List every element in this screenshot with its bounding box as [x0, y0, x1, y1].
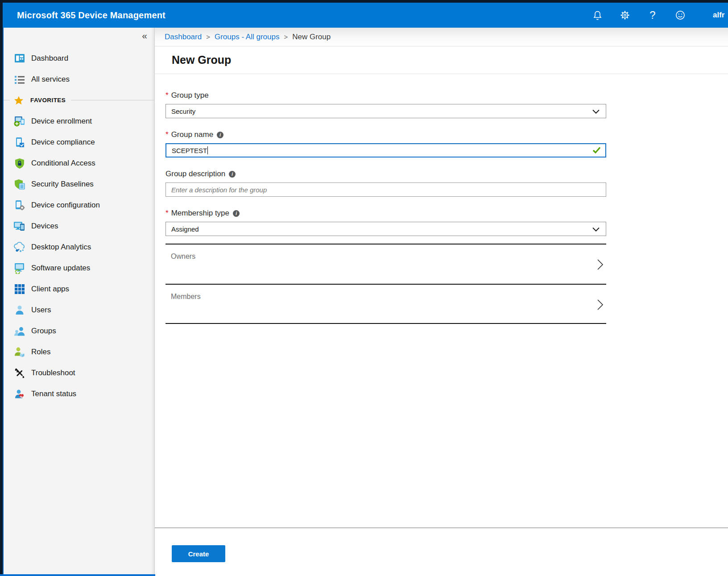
create-button[interactable]: Create	[172, 545, 225, 562]
membership-type-select[interactable]: Assigned	[165, 222, 606, 236]
users-icon	[13, 304, 25, 316]
notification-bell-icon[interactable]	[592, 9, 603, 21]
owners-row[interactable]: Owners	[165, 244, 606, 284]
members-label: Members	[171, 293, 201, 301]
group-type-label: * Group type	[165, 91, 606, 100]
sidebar-item-devices[interactable]: Devices	[4, 215, 154, 236]
sidebar-item-security-baselines[interactable]: Security Baselines	[4, 174, 154, 195]
sidebar-item-conditional-access[interactable]: Conditional Access	[4, 153, 154, 174]
device-configuration-icon	[13, 199, 25, 211]
breadcrumb-separator: >	[284, 33, 288, 41]
topbar-actions: ? alfr	[592, 9, 728, 21]
client-apps-icon	[13, 283, 25, 295]
sidebar-accent-edge	[3, 28, 4, 574]
sidebar-item-label: Dashboard	[31, 54, 68, 63]
device-compliance-icon	[13, 136, 25, 148]
breadcrumb-dashboard-link[interactable]: Dashboard	[165, 33, 202, 41]
sidebar-item-label: Software updates	[31, 264, 90, 273]
sidebar-list: Dashboard All services FAVORITES Device …	[4, 48, 154, 404]
required-marker: *	[165, 91, 169, 100]
breadcrumb-separator: >	[206, 33, 210, 41]
software-updates-icon	[13, 262, 25, 274]
footer-divider	[155, 527, 728, 528]
new-group-form: * Group type Security * Group name i SCE…	[155, 74, 606, 324]
divider	[4, 100, 10, 100]
breadcrumb: Dashboard > Groups - All groups > New Gr…	[155, 28, 728, 46]
owners-label: Owners	[171, 253, 195, 261]
info-icon[interactable]: i	[233, 210, 240, 217]
sidebar-item-device-enrollment[interactable]: Device enrollment	[4, 111, 154, 132]
bottom-accent-strip	[0, 574, 155, 576]
group-description-input[interactable]	[165, 182, 606, 197]
troubleshoot-icon	[13, 367, 25, 379]
required-marker: *	[165, 130, 169, 139]
sidebar-item-label: Groups	[31, 327, 56, 336]
sidebar-item-device-configuration[interactable]: Device configuration	[4, 195, 154, 215]
info-icon[interactable]: i	[217, 132, 223, 138]
sidebar-item-label: Users	[31, 306, 51, 315]
sidebar-item-label: Device configuration	[31, 201, 100, 210]
tenant-status-icon	[13, 388, 25, 400]
membership-type-label: * Membership type i	[165, 209, 606, 218]
group-type-select[interactable]: Security	[165, 104, 606, 118]
feedback-smiley-icon[interactable]	[674, 9, 686, 21]
window-top-edge	[0, 0, 728, 3]
sidebar-item-all-services[interactable]: All services	[4, 69, 154, 90]
sidebar-item-label: Tenant status	[31, 390, 76, 398]
star-icon	[12, 94, 25, 106]
info-icon[interactable]: i	[229, 171, 236, 178]
devices-icon	[13, 220, 25, 232]
help-icon[interactable]: ?	[647, 9, 658, 21]
membership-type-value: Assigned	[171, 225, 199, 233]
sidebar-item-users[interactable]: Users	[4, 299, 154, 320]
all-services-icon	[13, 73, 25, 85]
page-title: New Group	[172, 54, 231, 66]
members-row[interactable]: Members	[165, 284, 606, 324]
group-description-label: Group description i	[165, 170, 606, 178]
main-content: Dashboard > Groups - All groups > New Gr…	[154, 28, 728, 576]
sidebar-item-client-apps[interactable]: Client apps	[4, 278, 154, 299]
sidebar-item-label: Devices	[31, 222, 58, 231]
user-name[interactable]: alfr	[713, 11, 728, 20]
chevron-right-icon	[597, 299, 604, 312]
sidebar-item-desktop-analytics[interactable]: Desktop Analytics	[4, 236, 154, 257]
conditional-access-icon	[13, 157, 25, 169]
device-enrollment-icon	[13, 115, 25, 127]
top-bar: Microsoft 365 Device Management ?	[3, 3, 728, 28]
favorites-header: FAVORITES	[4, 90, 154, 111]
dashboard-icon	[13, 52, 25, 64]
text-cursor	[207, 146, 208, 154]
roles-icon	[13, 346, 25, 358]
group-type-value: Security	[171, 108, 195, 115]
app-title: Microsoft 365 Device Management	[17, 10, 165, 21]
sidebar-item-label: Client apps	[31, 285, 69, 294]
sidebar-item-software-updates[interactable]: Software updates	[4, 257, 154, 278]
breadcrumb-groups-link[interactable]: Groups - All groups	[215, 33, 280, 41]
blade-title-bar: New Group	[155, 46, 728, 74]
sidebar-item-label: Device compliance	[31, 138, 95, 147]
sidebar-item-dashboard[interactable]: Dashboard	[4, 48, 154, 69]
sidebar-item-label: Roles	[31, 348, 50, 356]
breadcrumb-current: New Group	[292, 33, 331, 41]
favorites-label: FAVORITES	[30, 97, 66, 104]
sidebar-item-troubleshoot[interactable]: Troubleshoot	[4, 362, 154, 383]
group-name-label: * Group name i	[165, 130, 606, 139]
sidebar-item-label: Security Baselines	[31, 180, 94, 189]
sidebar-collapse-button[interactable]: «	[142, 31, 147, 40]
desktop-analytics-icon	[13, 241, 25, 253]
group-name-value: SCEPTEST	[172, 147, 207, 154]
sidebar-item-device-compliance[interactable]: Device compliance	[4, 132, 154, 153]
settings-gear-icon[interactable]	[619, 9, 631, 21]
chevron-right-icon	[597, 259, 604, 272]
sidebar-item-label: All services	[31, 75, 70, 84]
sidebar: « Dashboard All services FAVORITES	[4, 28, 154, 574]
groups-icon	[13, 325, 25, 337]
divider	[71, 100, 154, 100]
sidebar-item-label: Conditional Access	[31, 159, 95, 168]
sidebar-item-tenant-status[interactable]: Tenant status	[4, 383, 154, 404]
sidebar-item-roles[interactable]: Roles	[4, 341, 154, 362]
group-name-input[interactable]: SCEPTEST	[165, 143, 606, 157]
sidebar-item-groups[interactable]: Groups	[4, 320, 154, 341]
security-baselines-icon	[13, 178, 25, 190]
sidebar-item-label: Desktop Analytics	[31, 243, 91, 252]
